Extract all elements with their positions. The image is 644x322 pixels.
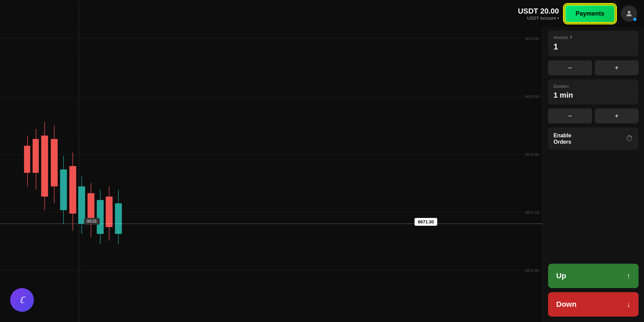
svg-rect-21: [115, 203, 122, 234]
main-layout: 6673.00 6672.50 6672.00 6671.50 6671.00: [0, 0, 644, 322]
svg-rect-3: [33, 139, 39, 173]
svg-rect-9: [60, 169, 67, 210]
svg-rect-11: [69, 166, 76, 214]
user-icon: [625, 9, 633, 18]
svg-rect-17: [97, 200, 104, 234]
sidebar-spacer: [548, 154, 639, 260]
sidebar: Amount, ₮ 1 − + Duration 1 min − + Enabl…: [542, 0, 644, 322]
chevron-down-icon: ▾: [557, 16, 559, 20]
svg-point-24: [628, 11, 630, 14]
amount-stepper-row: − +: [548, 60, 639, 75]
header: USDT 20.00 USDT Account ▾ Payments: [511, 0, 644, 27]
duration-stepper-row: − +: [548, 108, 639, 123]
down-label: Down: [556, 300, 577, 309]
duration-value: 1 min: [554, 91, 633, 100]
candlestick-chart: [0, 0, 542, 322]
account-balance: USDT 20.00: [518, 7, 559, 16]
enable-orders-box[interactable]: EnableOrders ⏱: [548, 127, 639, 150]
enable-orders-label: EnableOrders: [554, 132, 571, 145]
amount-decrease-button[interactable]: −: [548, 60, 592, 75]
svg-rect-5: [41, 136, 48, 197]
down-arrow-icon: ↓: [627, 300, 630, 309]
up-arrow-icon: ↑: [627, 271, 630, 280]
amount-increase-button[interactable]: +: [595, 60, 639, 75]
amount-box: Amount, ₮ 1: [548, 31, 639, 56]
avatar-button[interactable]: [621, 5, 637, 22]
amount-label: Amount, ₮: [554, 35, 633, 40]
clock-icon: ⏱: [626, 134, 633, 143]
chart-area: 6673.00 6672.50 6672.00 6671.50 6671.00: [0, 0, 542, 322]
svg-rect-19: [106, 197, 113, 227]
current-price-label: 6671.30: [415, 218, 437, 226]
account-info: USDT 20.00 USDT Account ▾: [518, 7, 559, 21]
duration-box: Duration 1 min: [548, 79, 639, 104]
down-button[interactable]: Down ↓: [548, 292, 639, 317]
svg-rect-1: [24, 146, 30, 173]
svg-rect-7: [51, 139, 58, 186]
payments-button[interactable]: Payments: [564, 4, 616, 23]
duration-increase-button[interactable]: +: [595, 108, 639, 123]
app-logo: ℂ: [10, 288, 34, 312]
up-label: Up: [556, 271, 566, 280]
time-label: 00:01: [84, 218, 100, 225]
duration-decrease-button[interactable]: −: [548, 108, 592, 123]
duration-label: Duration: [554, 84, 633, 89]
account-type-selector[interactable]: USDT Account ▾: [527, 16, 559, 21]
account-type-label: USDT Account: [527, 16, 556, 21]
amount-value: 1: [554, 42, 633, 52]
up-button[interactable]: Up ↑: [548, 264, 639, 288]
